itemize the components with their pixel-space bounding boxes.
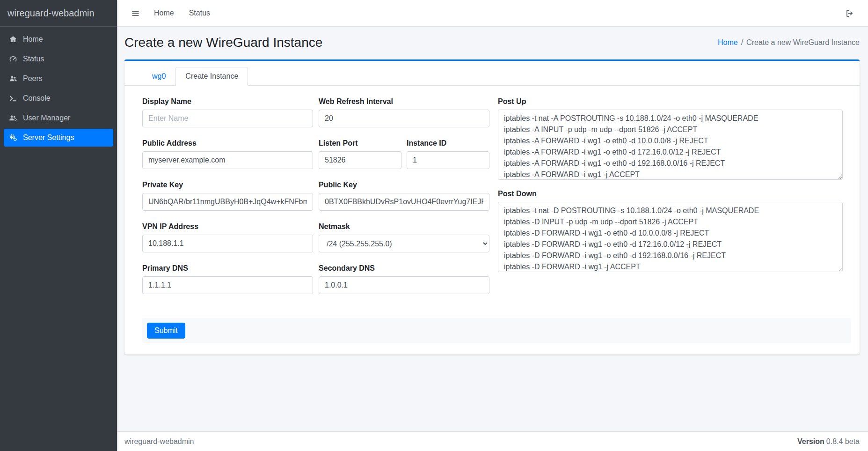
display-name-label: Display Name [142, 97, 313, 106]
web-refresh-field-group: Web Refresh Interval [319, 97, 489, 127]
display-name-input[interactable] [142, 110, 313, 127]
topnav-link-status[interactable]: Status [182, 5, 218, 21]
footer-version-value: 0.8.4 beta [826, 437, 860, 445]
netmask-label: Netmask [319, 222, 489, 231]
sidebar-item-home[interactable]: Home [4, 30, 113, 48]
sidebar-item-label: Server Settings [23, 133, 74, 142]
form-column-middle: Web Refresh Interval Listen Port Instanc… [319, 97, 489, 305]
footer-brand: wireguard-webadmin [124, 437, 194, 446]
sidebar-item-user-manager[interactable]: User Manager [4, 109, 113, 127]
post-down-field-group: Post Down iptables -t nat -D POSTROUTING… [498, 189, 843, 274]
secondary-dns-label: Secondary DNS [319, 264, 489, 273]
post-down-label: Post Down [498, 189, 843, 198]
secondary-dns-field-group: Secondary DNS [319, 264, 489, 294]
breadcrumb-current: Create a new WireGuard Instance [746, 38, 860, 47]
footer-version-label: Version [797, 437, 824, 445]
brand-title: wireguard-webadmin [0, 0, 117, 27]
sidebar-item-label: Status [23, 55, 44, 63]
netmask-field-group: Netmask /24 (255.255.255.0) [319, 222, 489, 252]
public-address-input[interactable] [142, 151, 313, 169]
peers-icon [7, 74, 19, 83]
instance-card: wg0 Create Instance Display Name Public [124, 59, 860, 355]
submit-strip: Submit [142, 318, 851, 343]
sidebar-item-label: User Manager [23, 114, 70, 122]
footer-version: Version0.8.4 beta [797, 437, 860, 446]
netmask-select[interactable]: /24 (255.255.255.0) [319, 235, 489, 252]
app-window: wireguard-webadmin Home Status [0, 0, 868, 451]
home-icon [7, 35, 19, 44]
web-refresh-label: Web Refresh Interval [319, 97, 489, 106]
server-settings-icon [7, 133, 19, 142]
vpn-ip-field-group: VPN IP Address [142, 222, 313, 252]
public-address-field-group: Public Address [142, 139, 313, 169]
form-grid: Display Name Public Address Private Key [142, 97, 851, 305]
user-manager-icon [7, 114, 19, 122]
display-name-field-group: Display Name [142, 97, 313, 127]
private-key-input[interactable] [142, 193, 313, 211]
instance-id-label: Instance ID [407, 139, 489, 148]
secondary-dns-input[interactable] [319, 276, 489, 294]
private-key-label: Private Key [142, 180, 313, 189]
logout-button[interactable] [839, 5, 861, 22]
private-key-field-group: Private Key [142, 180, 313, 211]
sidebar-item-label: Home [23, 35, 43, 44]
breadcrumb-home-link[interactable]: Home [718, 38, 738, 47]
logout-icon [845, 9, 854, 18]
instance-tabs: wg0 Create Instance [124, 61, 860, 86]
form-column-left: Display Name Public Address Private Key [142, 97, 313, 305]
form-column-right: Post Up iptables -t nat -A POSTROUTING -… [498, 97, 843, 285]
listen-port-input[interactable] [319, 151, 401, 169]
sidebar-nav: Home Status [0, 27, 117, 152]
instance-id-field-group: Instance ID [407, 139, 489, 169]
sidebar-item-server-settings[interactable]: Server Settings [4, 129, 113, 147]
port-id-row: Listen Port Instance ID [319, 139, 489, 180]
sidebar: wireguard-webadmin Home Status [0, 0, 117, 451]
instance-form: Display Name Public Address Private Key [124, 86, 860, 355]
sidebar-item-label: Peers [23, 74, 43, 83]
hamburger-icon [131, 9, 140, 18]
public-key-input[interactable] [319, 193, 489, 211]
console-icon [7, 94, 19, 103]
vpn-ip-input[interactable] [142, 235, 313, 252]
main-area: Home Status Create a new WireGuard Insta… [117, 0, 868, 451]
sidebar-item-console[interactable]: Console [4, 89, 113, 107]
top-navbar: Home Status [117, 0, 868, 27]
content-wrapper: Create a new WireGuard Instance Home / C… [117, 27, 868, 431]
status-icon [7, 55, 19, 63]
page-title: Create a new WireGuard Instance [124, 35, 322, 50]
content-header: Create a new WireGuard Instance Home / C… [117, 27, 868, 59]
sidebar-item-peers[interactable]: Peers [4, 70, 113, 88]
listen-port-label: Listen Port [319, 139, 401, 148]
primary-dns-label: Primary DNS [142, 264, 313, 273]
post-up-label: Post Up [498, 97, 843, 106]
sidebar-item-status[interactable]: Status [4, 50, 113, 68]
main-footer: wireguard-webadmin Version0.8.4 beta [117, 431, 868, 451]
instance-id-input[interactable] [407, 151, 489, 169]
web-refresh-input[interactable] [319, 110, 489, 127]
vpn-ip-label: VPN IP Address [142, 222, 313, 231]
post-down-textarea[interactable]: iptables -t nat -D POSTROUTING -s 10.188… [498, 202, 843, 272]
breadcrumb-separator: / [741, 38, 743, 47]
listen-port-field-group: Listen Port [319, 139, 401, 169]
public-key-label: Public Key [319, 180, 489, 189]
submit-button[interactable]: Submit [147, 323, 185, 339]
post-up-field-group: Post Up iptables -t nat -A POSTROUTING -… [498, 97, 843, 182]
sidebar-toggle-button[interactable] [124, 5, 146, 22]
primary-dns-field-group: Primary DNS [142, 264, 313, 294]
tab-wg0[interactable]: wg0 [142, 67, 175, 86]
sidebar-item-label: Console [23, 94, 51, 103]
tab-create-instance[interactable]: Create Instance [175, 67, 248, 86]
breadcrumb: Home / Create a new WireGuard Instance [718, 38, 860, 47]
public-key-field-group: Public Key [319, 180, 489, 211]
public-address-label: Public Address [142, 139, 313, 148]
primary-dns-input[interactable] [142, 276, 313, 294]
post-up-textarea[interactable]: iptables -t nat -A POSTROUTING -s 10.188… [498, 110, 843, 180]
topnav-link-home[interactable]: Home [146, 5, 182, 21]
